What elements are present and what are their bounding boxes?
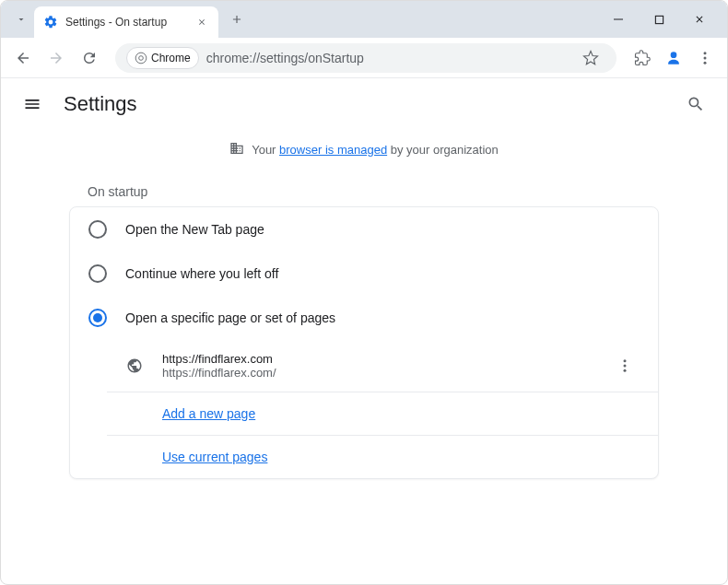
address-bar[interactable]: Chrome chrome://settings/onStartup [115, 43, 616, 73]
svg-rect-1 [655, 16, 663, 23]
radio-icon [88, 220, 107, 239]
managed-banner: Your browser is managed by your organiza… [229, 130, 499, 170]
profile-icon [664, 49, 683, 67]
page-url: https://findflarex.com/ [162, 366, 592, 380]
maximize-icon [654, 15, 664, 25]
svg-point-10 [624, 369, 627, 372]
svg-point-4 [671, 52, 677, 58]
radio-specific-pages[interactable]: Open a specific page or set of pages [70, 296, 658, 340]
tab-title: Settings - On startup [65, 16, 187, 29]
tab-search-dropdown[interactable] [8, 6, 34, 32]
page-name: https://findflarex.com [162, 352, 592, 366]
search-icon [687, 95, 705, 113]
globe-icon [125, 357, 144, 375]
back-button[interactable] [8, 43, 38, 73]
reload-icon [81, 50, 98, 66]
minimize-icon [613, 14, 624, 25]
page-title: Settings [64, 92, 137, 116]
on-startup-section: On startup Open the New Tab page Continu… [69, 177, 659, 479]
svg-point-5 [704, 52, 707, 54]
svg-point-7 [704, 61, 707, 64]
svg-point-9 [624, 365, 627, 368]
page-info: https://findflarex.com https://findflare… [162, 352, 592, 380]
minimize-button[interactable] [605, 6, 631, 32]
extension-icon [634, 50, 651, 66]
svg-point-6 [704, 56, 707, 59]
managed-link[interactable]: browser is managed [279, 143, 387, 157]
url-text: chrome://settings/onStartup [206, 51, 569, 65]
forward-button[interactable] [41, 43, 71, 73]
browser-tab[interactable]: Settings - On startup [34, 6, 218, 38]
page-item-menu-button[interactable] [610, 351, 640, 380]
close-icon [694, 14, 705, 25]
chrome-chip-label: Chrome [151, 52, 191, 64]
chrome-menu-button[interactable] [690, 43, 720, 73]
startup-page-item: https://findflarex.com https://findflare… [107, 340, 658, 392]
svg-rect-0 [614, 19, 623, 20]
profile-button[interactable] [661, 45, 687, 71]
window-controls [605, 6, 720, 32]
close-window-button[interactable] [687, 6, 712, 32]
radio-new-tab[interactable]: Open the New Tab page [70, 207, 658, 252]
use-current-pages-link[interactable]: Use current pages [162, 450, 267, 464]
settings-header: Settings [1, 78, 727, 130]
settings-menu-button[interactable] [16, 88, 49, 121]
plus-icon [230, 13, 243, 26]
window-titlebar: Settings - On startup [1, 1, 727, 38]
chrome-icon [135, 52, 147, 64]
startup-pages-list: https://findflarex.com https://findflare… [70, 340, 658, 478]
radio-label: Open the New Tab page [125, 222, 264, 237]
close-icon [197, 18, 206, 27]
svg-point-2 [135, 53, 147, 64]
arrow-right-icon [48, 50, 65, 66]
building-icon [229, 141, 244, 158]
more-vert-icon [697, 50, 713, 66]
svg-point-3 [139, 55, 144, 60]
new-tab-button[interactable] [224, 6, 250, 32]
radio-icon [88, 264, 107, 283]
settings-search-button[interactable] [679, 88, 712, 121]
arrow-left-icon [15, 50, 31, 66]
radio-label: Open a specific page or set of pages [125, 310, 335, 325]
startup-options-card: Open the New Tab page Continue where you… [69, 206, 659, 479]
section-title: On startup [69, 177, 659, 206]
bookmark-button[interactable] [576, 43, 605, 73]
star-icon [582, 50, 599, 66]
settings-gear-icon [43, 15, 58, 29]
extensions-button[interactable] [628, 43, 657, 73]
maximize-button[interactable] [646, 6, 672, 32]
url-bar: Chrome chrome://settings/onStartup [1, 38, 727, 78]
hamburger-icon [23, 95, 41, 113]
radio-icon-selected [88, 309, 107, 327]
chrome-chip: Chrome [126, 47, 199, 69]
reload-button[interactable] [75, 43, 104, 73]
radio-continue[interactable]: Continue where you left off [70, 252, 658, 296]
add-page-row: Add a new page [107, 392, 658, 435]
settings-content: Your browser is managed by your organiza… [1, 130, 727, 479]
managed-text: Your browser is managed by your organiza… [252, 143, 499, 157]
tab-close-button[interactable] [194, 15, 209, 29]
chevron-down-icon [16, 14, 27, 25]
svg-point-8 [624, 359, 627, 362]
more-vert-icon [616, 357, 633, 374]
use-current-row: Use current pages [107, 435, 658, 478]
radio-label: Continue where you left off [125, 266, 278, 281]
add-new-page-link[interactable]: Add a new page [162, 406, 255, 421]
